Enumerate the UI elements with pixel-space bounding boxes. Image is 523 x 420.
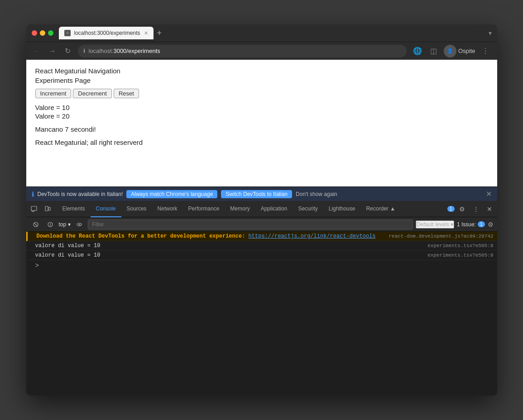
value1-display: Valore = 10	[35, 104, 488, 111]
console-caret: >	[35, 262, 39, 269]
svg-rect-1	[45, 206, 48, 211]
tab-title: localhost:3000/experiments	[74, 30, 140, 36]
browser-actions: 🌐 ◫ 👤 Ospite ⋮	[411, 45, 492, 57]
console-row-2: valore di value = 10 experiments.tsx?e50…	[26, 241, 497, 251]
top-arrow: ▾	[68, 221, 71, 228]
url-protocol: localhost:	[89, 48, 114, 54]
console-output: Download the React DevTools for a better…	[26, 232, 497, 396]
console-source-3[interactable]: experiments.tsx?e505:8	[427, 253, 493, 258]
window-expand[interactable]: ▾	[489, 29, 492, 37]
console-filter-input[interactable]	[88, 220, 413, 229]
devtools-inspect-button[interactable]	[28, 203, 40, 215]
page-title: React Megaturial Navigation	[35, 67, 488, 75]
devtools-device-button[interactable]	[42, 203, 53, 215]
devtools-close-button[interactable]: ✕	[484, 203, 495, 215]
tab-close-button[interactable]: ✕	[144, 30, 148, 36]
reload-button[interactable]: ↻	[62, 46, 73, 57]
title-bar: ⚛ localhost:3000/experiments ✕ + ▾	[26, 24, 497, 42]
react-devtools-link[interactable]: https://reactjs.org/link/react-devtools	[249, 233, 376, 239]
page-content: React Megaturial Navigation Experiments …	[26, 60, 497, 186]
forward-button[interactable]: →	[47, 46, 58, 57]
new-tab-button[interactable]: +	[155, 29, 164, 38]
url-rest: 3000/experiments	[113, 48, 160, 54]
split-view-button[interactable]: ◫	[427, 45, 440, 57]
back-button[interactable]: ←	[32, 46, 43, 57]
top-context-selector[interactable]: top ▾	[59, 221, 71, 228]
default-levels-button[interactable]: Default levels ▾	[416, 220, 454, 229]
close-traffic-light[interactable]	[32, 30, 37, 36]
tab-performance[interactable]: Performance	[183, 201, 225, 217]
eye-button[interactable]	[73, 220, 85, 229]
address-bar: ← → ↻ ℹ localhost:3000/experiments 🌐 ◫ 👤…	[26, 42, 497, 60]
match-language-button[interactable]: Always match Chrome's language	[126, 190, 217, 198]
profile-area[interactable]: 👤 Ospite	[444, 45, 475, 57]
lock-icon: ℹ	[83, 48, 85, 54]
translate-button[interactable]: 🌐	[411, 45, 424, 57]
reset-button[interactable]: Reset	[114, 89, 139, 98]
tab-bar: ⚛ localhost:3000/experiments ✕ +	[59, 27, 485, 39]
console-prompt: >	[26, 260, 497, 271]
footer-text: React Megaturial; all right reserverd	[35, 138, 488, 146]
console-text-1: Download the React DevTools for a better…	[37, 233, 385, 239]
devtools-more-button[interactable]: ⋮	[470, 203, 482, 215]
issues-button[interactable]: 1 Issue: 1	[457, 221, 485, 228]
svg-line-4	[34, 223, 37, 226]
top-label: top	[59, 221, 67, 228]
devtools-badge: 1	[447, 206, 455, 212]
devtools-tab-bar: Elements Console Sources Network Perform…	[26, 201, 497, 217]
svg-point-8	[79, 224, 80, 225]
tab-console[interactable]: Console	[91, 201, 121, 217]
issues-count-badge: 1	[478, 221, 485, 227]
dont-show-button[interactable]: Don't show again	[296, 191, 337, 197]
tab-security[interactable]: Security	[293, 201, 323, 217]
devtools-notification: ℹ DevTools is now available in Italian! …	[26, 186, 497, 201]
tab-favicon: ⚛	[64, 30, 71, 36]
devtools-settings-button[interactable]: ⚙	[456, 203, 468, 215]
switch-devtools-button[interactable]: Switch DevTools to Italian	[221, 190, 292, 198]
svg-rect-2	[48, 207, 50, 210]
console-source-2[interactable]: experiments.tsx?e505:8	[427, 243, 493, 248]
button-row: Increment Decrement Reset	[35, 89, 488, 98]
console-text-2: valore di value = 10	[35, 243, 424, 249]
profile-icon: 👤	[444, 45, 456, 57]
preserve-log-button[interactable]	[44, 220, 56, 229]
increment-button[interactable]: Increment	[35, 89, 72, 98]
svg-rect-0	[31, 206, 37, 210]
active-tab[interactable]: ⚛ localhost:3000/experiments ✕	[59, 27, 154, 39]
tab-lighthouse[interactable]: Lighthouse	[323, 201, 361, 217]
console-text-3: valore di value = 10	[35, 252, 424, 258]
notification-info-icon: ℹ	[32, 191, 34, 198]
clear-console-button[interactable]	[30, 220, 42, 229]
tab-elements[interactable]: Elements	[57, 201, 91, 217]
traffic-lights	[32, 30, 53, 36]
console-settings-button[interactable]: ⚙	[488, 221, 494, 228]
decrement-button[interactable]: Decrement	[73, 89, 112, 98]
console-row-3: valore di value = 10 experiments.tsx?e50…	[26, 251, 497, 260]
tab-recorder[interactable]: Recorder ▲	[360, 201, 401, 217]
console-row-1: Download the React DevTools for a better…	[26, 232, 497, 241]
notification-text: DevTools is now available in Italian!	[38, 191, 123, 197]
timer-display: Mancano 7 secondi!	[35, 125, 488, 133]
tab-application[interactable]: Application	[255, 201, 293, 217]
browser-window: ⚛ localhost:3000/experiments ✕ + ▾ ← → ↻…	[26, 24, 497, 396]
tab-network[interactable]: Network	[152, 201, 183, 217]
url-text: localhost:3000/experiments	[89, 48, 160, 54]
more-options-button[interactable]: ⋮	[479, 45, 492, 57]
minimize-traffic-light[interactable]	[40, 30, 45, 36]
notification-close-button[interactable]: ✕	[486, 190, 492, 198]
devtools-toolbar: top ▾ Default levels ▾ 1 Issue: 1 ⚙	[26, 217, 497, 232]
devtools-right-controls: 1 ⚙ ⋮ ✕	[447, 203, 495, 215]
devtools-left-icons	[28, 203, 53, 215]
url-bar[interactable]: ℹ localhost:3000/experiments	[78, 45, 407, 57]
tab-sources[interactable]: Sources	[121, 201, 152, 217]
value2-display: Valore = 20	[35, 112, 488, 120]
devtools-panel: Elements Console Sources Network Perform…	[26, 201, 497, 396]
profile-name: Ospite	[458, 48, 475, 54]
console-source-1[interactable]: react-dom.development.js?ac89:29742	[389, 234, 493, 239]
maximize-traffic-light[interactable]	[48, 30, 53, 36]
tab-memory[interactable]: Memory	[225, 201, 255, 217]
page-subtitle: Experiments Page	[35, 76, 488, 84]
